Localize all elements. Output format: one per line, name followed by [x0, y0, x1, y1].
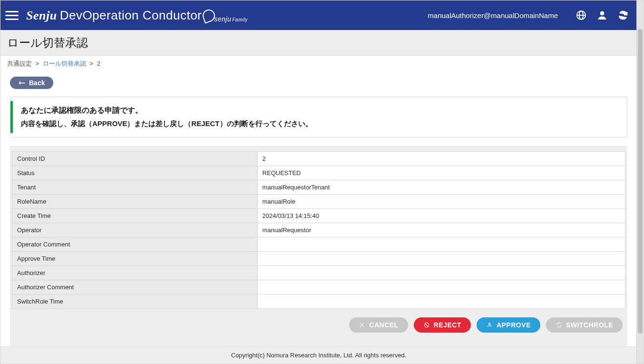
svg-point-3 — [600, 11, 604, 15]
cancel-button-label: CANCEL — [369, 321, 398, 329]
brand-tail: DevOperation Conductor — [60, 8, 202, 23]
field-label: RoleName — [12, 195, 258, 209]
refresh-icon[interactable] — [617, 9, 629, 21]
field-value: manualRequestor — [257, 223, 625, 237]
notice-body: 内容を確認し、承認（APPROVE）または差し戻し（REJECT）の判断を行って… — [21, 119, 616, 128]
breadcrumb-root: 共通設定 — [7, 60, 32, 67]
detail-panel: Control ID2 StatusREQUESTED Tenantmanual… — [10, 146, 627, 354]
field-value — [257, 252, 625, 266]
vertical-scrollbar[interactable] — [636, 0, 644, 364]
page-title: ロール切替承認 — [0, 30, 637, 56]
field-value — [257, 295, 625, 309]
table-row: RoleNamemanualRole — [12, 195, 625, 209]
cancel-button[interactable]: CANCEL — [349, 317, 408, 333]
back-button[interactable]: 🡐 Back — [10, 77, 53, 89]
brand-sub: senjuFamily — [205, 15, 247, 23]
field-label: Approve Time — [12, 252, 258, 266]
reject-button-label: REJECT — [434, 321, 461, 329]
approval-notice: あなたに承認権限のある申請です。 内容を確認し、承認（APPROVE）または差し… — [10, 97, 627, 138]
table-row: Create Time2024/03/13 14:15:40 — [12, 209, 625, 223]
field-label: Create Time — [12, 209, 258, 223]
menu-icon[interactable] — [5, 9, 19, 22]
field-label: Operator — [12, 223, 258, 237]
globe-icon[interactable] — [575, 9, 587, 21]
switchrole-button-label: SWITCHROLE — [566, 321, 613, 329]
footer-copyright: Copyright(c) Nomura Research Institute, … — [0, 346, 637, 364]
person-icon — [486, 322, 493, 328]
field-value: 2024/03/13 14:15:40 — [257, 209, 625, 223]
brand-logo: Senju DevOperation Conductor senjuFamily — [26, 8, 248, 23]
user-icon[interactable] — [596, 9, 608, 21]
detail-table: Control ID2 StatusREQUESTED Tenantmanual… — [12, 151, 625, 309]
field-label: Control ID — [12, 152, 258, 166]
table-row: Authorizer — [12, 266, 625, 280]
field-value: REQUESTED — [257, 166, 625, 180]
app-header: Senju DevOperation Conductor senjuFamily… — [0, 0, 637, 30]
field-value — [257, 280, 625, 295]
breadcrumb: 共通設定 > ロール切替承認 > 2 — [0, 56, 637, 72]
field-label: Authorizer Comment — [12, 280, 258, 295]
breadcrumb-link-role-approval[interactable]: ロール切替承認 — [43, 60, 86, 67]
table-row: Operator Comment — [12, 237, 625, 252]
approve-button[interactable]: APPROVE — [477, 317, 540, 333]
breadcrumb-leaf: 2 — [97, 60, 100, 67]
field-value: manualRequestorTenant — [257, 180, 625, 195]
table-row: Control ID2 — [12, 152, 625, 166]
field-label: Authorizer — [12, 266, 258, 280]
arrow-left-icon: 🡐 — [19, 79, 25, 87]
brand-main: Senju — [26, 9, 57, 23]
field-label: Operator Comment — [12, 237, 258, 252]
current-user-label: manualAuthorizer@manualDomainName — [428, 11, 558, 20]
reject-button[interactable]: REJECT — [414, 317, 471, 333]
close-icon — [359, 322, 365, 328]
field-label: Tenant — [12, 180, 258, 195]
field-label: SwitchRole Time — [12, 295, 258, 309]
table-row: StatusREQUESTED — [12, 166, 625, 180]
table-row: SwitchRole Time — [12, 295, 625, 309]
field-value — [257, 266, 625, 280]
back-button-label: Back — [29, 79, 45, 87]
table-row: TenantmanualRequestorTenant — [12, 180, 625, 195]
table-row: OperatormanualRequestor — [12, 223, 625, 237]
table-row: Authorizer Comment — [12, 280, 625, 295]
scrollbar-thumb[interactable] — [638, 29, 643, 334]
field-value: 2 — [257, 152, 625, 166]
field-label: Status — [12, 166, 258, 180]
prohibit-icon — [423, 322, 430, 328]
approve-button-label: APPROVE — [497, 321, 531, 329]
field-value — [257, 237, 625, 252]
svg-line-7 — [425, 324, 428, 327]
svg-point-8 — [488, 323, 490, 325]
field-value: manualRole — [257, 195, 625, 209]
switchrole-button[interactable]: SWITCHROLE — [546, 317, 623, 333]
table-row: Approve Time — [12, 252, 625, 266]
cycle-icon — [556, 322, 562, 328]
notice-title: あなたに承認権限のある申請です。 — [21, 106, 616, 116]
action-bar: CANCEL REJECT APPROVE — [12, 309, 625, 344]
